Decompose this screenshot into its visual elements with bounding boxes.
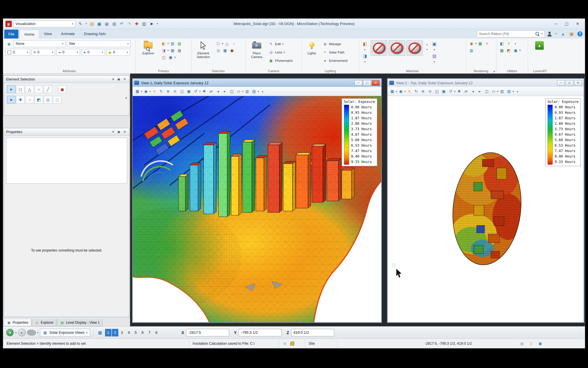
materials-scroll-up-icon[interactable]: ▴ [425,43,429,46]
panel-pin-icon[interactable]: ◉ [116,77,121,82]
saved-views-dropdown-icon[interactable]: ▾ [258,90,259,93]
view-presentation-dropdown-icon[interactable]: ▾ [150,90,151,93]
user-config-icon[interactable]: ✎ [77,20,84,27]
zoom-out-icon[interactable]: ⊖ [427,88,433,95]
attach-tools-dropdown-icon[interactable]: ▾ [167,42,169,45]
x-input[interactable]: -2817:5 [186,329,229,336]
level-manager-icon[interactable]: ▥ [176,40,183,47]
camera-lens-dropdown-icon[interactable]: ▾ [284,51,285,54]
view-toggle-2[interactable]: 2 [112,329,118,336]
line-style-dropdown-icon[interactable]: ▾ [52,51,53,54]
mode-clear-icon[interactable]: ◻ [53,96,61,103]
rotate-view-icon[interactable]: ↺ [192,88,199,95]
rotate-view-dropdown-icon[interactable]: ▾ [199,90,201,93]
view1-viewport[interactable]: Solar: Exposure 0.00 Hours0.93 Hours1.87… [133,96,381,322]
view1-title-bar[interactable]: View 1, Daily Solar Exposure January 12 … [133,79,381,87]
clip-volume-dropdown-icon[interactable]: ▾ [497,90,499,93]
open-file-icon[interactable]: ▤ [88,20,95,27]
mode-subtract-icon[interactable]: − [25,96,34,103]
select-none-icon[interactable]: ◼ [229,47,235,53]
search-dropdown-icon[interactable]: ▾ [541,32,543,35]
select-all-icon[interactable]: ▦ [222,47,228,53]
window-area-icon[interactable]: ◱ [434,88,440,95]
save-settings-icon[interactable]: ▣ [103,20,110,27]
rotate-view-icon[interactable]: ↺ [447,88,454,95]
mode-invert-icon[interactable]: ◩ [34,96,43,103]
view-display-menu-icon[interactable]: ▦ [389,88,396,95]
undo-icon[interactable]: ↶ [118,20,125,27]
view-next-icon[interactable]: ▸ [222,88,228,95]
dock-tab-properties[interactable]: ▣Properties [4,319,31,326]
explorer-button[interactable]: Explorer [138,40,158,55]
z-input[interactable]: 419:0 1/2 [291,329,334,336]
search-icon[interactable] [535,32,539,36]
active-level-status[interactable]: Site [305,339,337,348]
search-input[interactable] [479,32,533,36]
home-icon[interactable]: ⌂ [529,341,534,346]
solar-path-button[interactable]: ☀ Solar Path [322,49,348,56]
update-view-icon[interactable]: ↻ [413,88,419,95]
pan-view-icon[interactable]: ✚ [201,88,208,95]
tab-view[interactable]: View [39,29,57,39]
view1-close-button[interactable]: ✕ [372,80,380,86]
view-toggle-8[interactable]: 8 [153,329,160,336]
saved-views-icon[interactable]: ▤ [506,88,512,95]
markup-dropdown-icon[interactable]: ▾ [37,331,39,334]
copy-view-icon[interactable]: ◫ [229,88,235,95]
materials-scroll-down-icon[interactable]: ▾ [425,48,429,51]
element-template-icon[interactable]: ◈ [5,40,12,47]
utilities-render-tools-icon[interactable]: ◐ [512,40,519,47]
raster-manager-icon[interactable]: ▦ [169,47,176,53]
account-menu-icon[interactable]: ▾ [554,32,558,36]
minimize-button[interactable]: ─ [551,20,561,27]
pin-icon[interactable]: ✚ [133,20,140,27]
dock-tab-level-display-view-1[interactable]: ▤Level Display - View 1 [57,319,102,326]
snap-mode-icon[interactable]: ⊙ [282,341,287,346]
material-apply-icon[interactable]: ◧ [361,40,368,47]
camera-edit-button[interactable]: ✎ Edit ▾ [268,40,293,47]
color-dropdown-icon[interactable]: ▾ [27,51,28,54]
utilities-image-icon[interactable]: ▦ [499,47,505,53]
camera-lens-button[interactable]: ◎ Lens ▾ [268,49,293,56]
view-toggle-7[interactable]: 7 [146,329,153,336]
clip-volume-icon[interactable]: ▭ [235,88,242,95]
view-toggle-5[interactable]: 5 [133,329,139,336]
material-thumbnail-2[interactable] [388,40,405,56]
utilities-more-dropdown-icon[interactable]: ▾ [519,49,521,52]
y-input[interactable]: -795:3 1/2 [239,329,282,336]
select-circle-icon[interactable]: ○ [34,85,43,93]
zoom-out-icon[interactable]: ⊖ [172,88,178,95]
material-assign-icon[interactable]: ◨ [361,52,368,59]
fit-view-icon[interactable]: ▣ [185,88,192,95]
utilities-movie-icon[interactable]: ◩ [506,47,512,53]
render-queue-icon[interactable]: ▥ [468,47,475,53]
place-camera-button[interactable]: Place Camera [248,40,266,59]
fence-block-icon[interactable]: ◻ [215,40,221,47]
view-group-select[interactable]: ▦ Solar Exposure Views ▾ [40,329,90,337]
next-view-group-button[interactable]: ▸ [18,329,26,336]
active-color-combo[interactable]: 0 ▾ [5,49,30,56]
print-icon[interactable]: ▥ [141,20,148,27]
mode-add-icon[interactable]: ✚ [16,96,25,103]
references-dropdown-icon[interactable]: ▾ [167,49,169,52]
previous-dropdown-icon[interactable]: ▾ [15,331,17,334]
minimize-ribbon-icon[interactable]: ▴ [560,30,566,37]
view2-minimize-button[interactable]: ─ [557,80,565,86]
level-dropdown-icon[interactable]: ▾ [127,42,129,45]
help-icon[interactable]: ? [577,31,583,37]
view-next-icon[interactable]: ▸ [477,88,483,95]
expand-panel-icon[interactable]: ▾ [125,96,127,99]
render-lighting-icon[interactable]: ☀ [484,40,490,47]
view-presentation-icon[interactable]: ◉ [143,88,149,95]
tab-file[interactable]: File [4,30,18,39]
transparency-combo[interactable]: ● 0 ▾ [82,49,105,56]
saved-views-tool-dropdown-icon[interactable]: ▾ [174,56,176,59]
view-previous-icon[interactable]: ◂ [470,88,476,95]
select-by-attributes-icon[interactable]: ◎ [215,47,221,53]
utilities-sun-study-icon[interactable]: ☀ [506,40,512,47]
render-settings-dropdown-icon[interactable]: ▾ [475,42,477,45]
locks-icon[interactable] [290,342,294,346]
manage-lights-button[interactable]: ◉ Manage [322,40,348,47]
panel-menu-icon[interactable]: ▾ [111,77,116,82]
save-icon[interactable]: ▣ [96,20,103,27]
